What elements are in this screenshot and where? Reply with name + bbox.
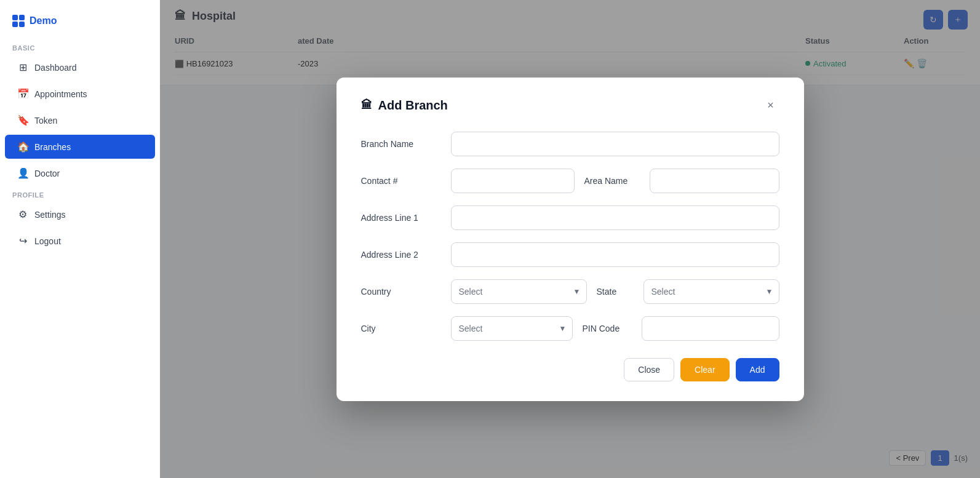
close-button[interactable]: Close xyxy=(624,358,674,381)
sidebar-item-label: Settings xyxy=(34,210,66,220)
pin-code-input[interactable] xyxy=(642,316,779,341)
address1-input[interactable] xyxy=(451,205,779,230)
sidebar-item-label: Dashboard xyxy=(34,63,77,73)
country-select[interactable]: Select xyxy=(451,279,587,304)
app-name: Demo xyxy=(30,15,57,26)
modal-title-text: Add Branch xyxy=(378,98,448,113)
sidebar-item-label: Logout xyxy=(34,236,61,246)
dashboard-icon: ⊞ xyxy=(17,62,28,73)
state-select-wrap: Select ▼ xyxy=(643,279,779,304)
contact-area-row: Contact # Area Name xyxy=(361,169,779,193)
city-label: City xyxy=(361,324,441,333)
branch-name-row: Branch Name xyxy=(361,132,779,156)
modal-footer: Close Clear Add xyxy=(361,358,779,381)
area-name-label: Area Name xyxy=(584,176,640,186)
address2-input[interactable] xyxy=(451,242,779,267)
add-branch-modal: 🏛 Add Branch × Branch Name Contact # Are… xyxy=(337,78,804,401)
sidebar-item-appointments[interactable]: 📅 Appointments xyxy=(5,82,155,106)
main-content: 🏛 Hospital URID ated Date Status Action … xyxy=(160,0,980,478)
modal-header: 🏛 Add Branch × xyxy=(361,97,779,114)
branches-icon: 🏠 xyxy=(17,141,28,153)
pin-code-label: PIN Code xyxy=(583,324,632,333)
city-pin-row: City Select ▼ PIN Code xyxy=(361,316,779,341)
logout-icon: ↪ xyxy=(17,235,28,247)
basic-section-label: BASIC xyxy=(0,39,160,54)
app-logo: Demo xyxy=(0,10,160,39)
country-state-row: Country Select ▼ State Select ▼ xyxy=(361,279,779,304)
modal-backdrop: 🏛 Add Branch × Branch Name Contact # Are… xyxy=(160,0,980,478)
modal-title: 🏛 Add Branch xyxy=(361,98,448,113)
sidebar-item-settings[interactable]: ⚙ Settings xyxy=(5,202,155,226)
sidebar-item-branches[interactable]: 🏠 Branches xyxy=(5,135,155,159)
country-select-wrap: Select ▼ xyxy=(451,279,587,304)
address1-row: Address Line 1 xyxy=(361,205,779,230)
branch-name-input[interactable] xyxy=(451,132,779,156)
doctor-icon: 👤 xyxy=(17,167,28,179)
city-select-wrap: Select ▼ xyxy=(451,316,573,341)
sidebar-item-label: Token xyxy=(34,116,57,125)
branch-name-label: Branch Name xyxy=(361,139,441,149)
sidebar-item-label: Appointments xyxy=(34,89,87,99)
token-icon: 🔖 xyxy=(17,114,28,126)
city-select[interactable]: Select xyxy=(451,316,573,341)
appointments-icon: 📅 xyxy=(17,88,28,100)
sidebar-item-label: Doctor xyxy=(34,169,60,178)
address2-row: Address Line 2 xyxy=(361,242,779,267)
sidebar-item-label: Branches xyxy=(34,142,71,152)
state-label: State xyxy=(597,287,634,297)
settings-icon: ⚙ xyxy=(17,209,28,220)
sidebar: Demo BASIC ⊞ Dashboard 📅 Appointments 🔖 … xyxy=(0,0,160,478)
sidebar-item-dashboard[interactable]: ⊞ Dashboard xyxy=(5,55,155,79)
logo-icon xyxy=(12,15,25,27)
modal-title-icon: 🏛 xyxy=(361,99,372,112)
profile-section-label: PROFILE xyxy=(0,186,160,201)
clear-button[interactable]: Clear xyxy=(680,358,729,381)
contact-input[interactable] xyxy=(451,169,575,193)
area-name-input[interactable] xyxy=(650,169,779,193)
contact-label: Contact # xyxy=(361,176,441,186)
add-button[interactable]: Add xyxy=(736,358,779,381)
sidebar-item-logout[interactable]: ↪ Logout xyxy=(5,229,155,253)
sidebar-item-token[interactable]: 🔖 Token xyxy=(5,108,155,132)
address1-label: Address Line 1 xyxy=(361,213,441,223)
country-label: Country xyxy=(361,287,441,297)
sidebar-item-doctor[interactable]: 👤 Doctor xyxy=(5,161,155,185)
state-select[interactable]: Select xyxy=(643,279,779,304)
address2-label: Address Line 2 xyxy=(361,250,441,260)
modal-close-button[interactable]: × xyxy=(762,97,779,114)
